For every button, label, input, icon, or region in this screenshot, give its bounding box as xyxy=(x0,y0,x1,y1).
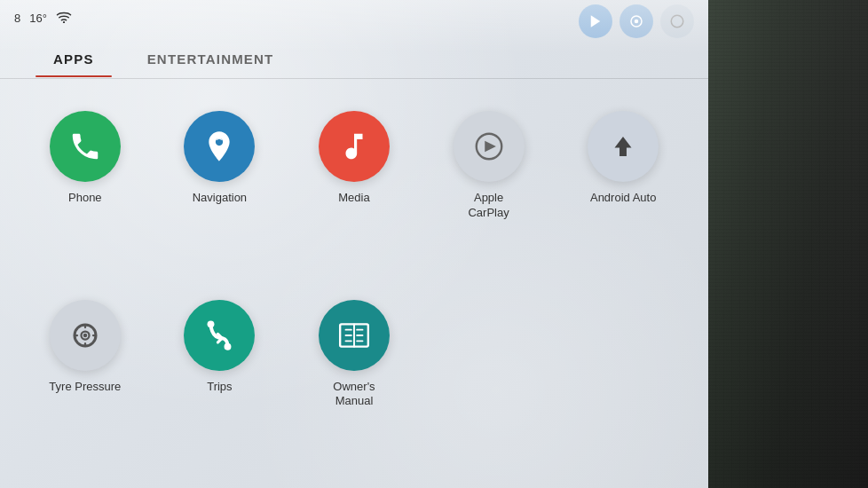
app-label-android-auto: Android Auto xyxy=(590,191,656,206)
car-interior-panel xyxy=(708,0,868,488)
app-grid: Phone Navigation Media xyxy=(0,93,708,488)
app-item-trips[interactable]: Trips xyxy=(153,300,288,480)
app-icon-tyre-pressure xyxy=(50,300,121,371)
svg-marker-6 xyxy=(485,141,496,153)
app-label-trips: Trips xyxy=(207,380,232,395)
app-item-apple-carplay[interactable]: AppleCarPlay xyxy=(422,111,556,291)
tab-apps[interactable]: APPS xyxy=(27,43,121,75)
svg-point-9 xyxy=(83,333,88,337)
app-item-phone[interactable]: Phone xyxy=(18,111,153,291)
app-icon-owners-manual xyxy=(319,300,390,371)
app-item-android-auto[interactable]: Android Auto xyxy=(556,111,690,291)
svg-point-11 xyxy=(225,342,232,350)
wifi-icon xyxy=(56,11,72,26)
app-label-apple-carplay: AppleCarPlay xyxy=(468,191,509,221)
app-label-owners-manual: Owner'sManual xyxy=(333,380,375,410)
tab-bar: APPS ENTERTAINMENT xyxy=(0,43,327,75)
app-label-tyre-pressure: Tyre Pressure xyxy=(49,380,121,395)
temperature-display: 16° xyxy=(29,12,47,25)
app-icon-apple-carplay xyxy=(454,111,525,182)
app-icon-navigation xyxy=(184,111,255,182)
app-item-navigation[interactable]: Navigation xyxy=(153,111,288,291)
main-screen: 8 16° xyxy=(0,0,708,488)
tab-divider xyxy=(0,78,708,79)
top-bar: 8 16° xyxy=(0,0,708,35)
app-label-navigation: Navigation xyxy=(193,191,247,206)
app-icon-android-auto xyxy=(588,111,659,182)
top-status: 8 16° xyxy=(14,11,72,26)
app-item-tyre-pressure[interactable]: Tyre Pressure xyxy=(18,300,153,480)
app-label-phone: Phone xyxy=(68,191,102,206)
svg-point-0 xyxy=(63,20,65,22)
app-item-media[interactable]: Media xyxy=(287,111,422,291)
app-item-owners-manual[interactable]: Owner'sManual xyxy=(287,300,422,480)
app-icon-media xyxy=(319,111,390,182)
tab-entertainment[interactable]: ENTERTAINMENT xyxy=(121,43,301,75)
app-icon-phone xyxy=(50,111,121,182)
app-icon-trips xyxy=(184,300,255,371)
app-label-media: Media xyxy=(338,191,369,206)
status-number: 8 xyxy=(14,12,20,25)
svg-point-10 xyxy=(208,320,215,327)
